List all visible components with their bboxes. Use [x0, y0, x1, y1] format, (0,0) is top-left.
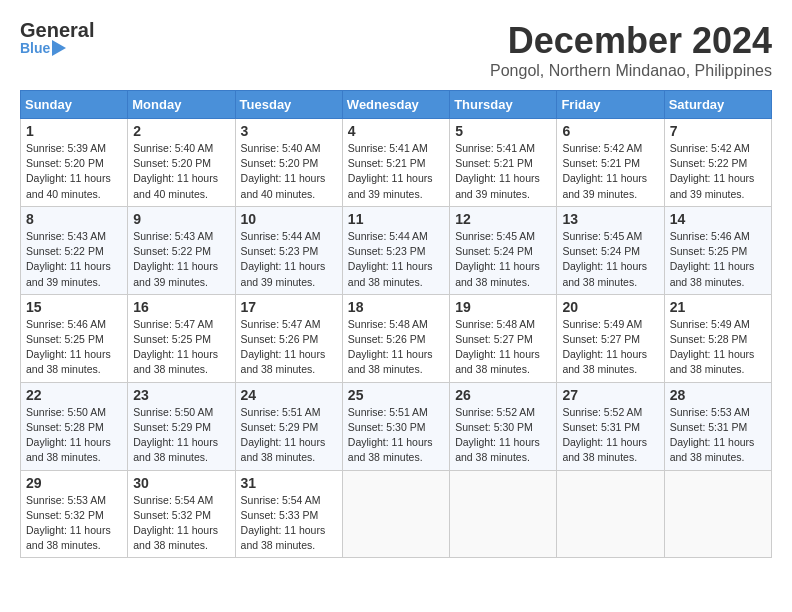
day-number: 19: [455, 299, 551, 315]
day-info: Sunrise: 5:53 AMSunset: 5:31 PMDaylight:…: [670, 405, 766, 466]
day-info: Sunrise: 5:43 AMSunset: 5:22 PMDaylight:…: [133, 229, 229, 290]
day-number: 9: [133, 211, 229, 227]
logo-bot: Blue: [20, 40, 94, 56]
day-number: 5: [455, 123, 551, 139]
day-info: Sunrise: 5:54 AMSunset: 5:33 PMDaylight:…: [241, 493, 337, 554]
day-info: Sunrise: 5:50 AMSunset: 5:29 PMDaylight:…: [133, 405, 229, 466]
day-info: Sunrise: 5:47 AMSunset: 5:26 PMDaylight:…: [241, 317, 337, 378]
calendar-cell: 14Sunrise: 5:46 AMSunset: 5:25 PMDayligh…: [664, 206, 771, 294]
day-info: Sunrise: 5:42 AMSunset: 5:21 PMDaylight:…: [562, 141, 658, 202]
day-number: 12: [455, 211, 551, 227]
day-number: 18: [348, 299, 444, 315]
day-info: Sunrise: 5:44 AMSunset: 5:23 PMDaylight:…: [348, 229, 444, 290]
day-number: 15: [26, 299, 122, 315]
page-header: General Blue December 2024 Pongol, North…: [20, 20, 772, 80]
title-section: December 2024 Pongol, Northern Mindanao,…: [490, 20, 772, 80]
day-number: 1: [26, 123, 122, 139]
month-title: December 2024: [490, 20, 772, 62]
calendar-cell: 15Sunrise: 5:46 AMSunset: 5:25 PMDayligh…: [21, 294, 128, 382]
calendar-cell: 16Sunrise: 5:47 AMSunset: 5:25 PMDayligh…: [128, 294, 235, 382]
calendar-cell: 21Sunrise: 5:49 AMSunset: 5:28 PMDayligh…: [664, 294, 771, 382]
day-number: 21: [670, 299, 766, 315]
calendar-cell: 5Sunrise: 5:41 AMSunset: 5:21 PMDaylight…: [450, 119, 557, 207]
logo-name: General Blue: [20, 20, 94, 56]
day-number: 22: [26, 387, 122, 403]
calendar-week-3: 15Sunrise: 5:46 AMSunset: 5:25 PMDayligh…: [21, 294, 772, 382]
day-info: Sunrise: 5:39 AMSunset: 5:20 PMDaylight:…: [26, 141, 122, 202]
calendar-cell: 22Sunrise: 5:50 AMSunset: 5:28 PMDayligh…: [21, 382, 128, 470]
calendar-cell: 2Sunrise: 5:40 AMSunset: 5:20 PMDaylight…: [128, 119, 235, 207]
day-number: 30: [133, 475, 229, 491]
day-info: Sunrise: 5:46 AMSunset: 5:25 PMDaylight:…: [670, 229, 766, 290]
day-info: Sunrise: 5:50 AMSunset: 5:28 PMDaylight:…: [26, 405, 122, 466]
calendar-table: SundayMondayTuesdayWednesdayThursdayFrid…: [20, 90, 772, 558]
day-number: 7: [670, 123, 766, 139]
calendar-cell: 18Sunrise: 5:48 AMSunset: 5:26 PMDayligh…: [342, 294, 449, 382]
day-number: 14: [670, 211, 766, 227]
calendar-header: SundayMondayTuesdayWednesdayThursdayFrid…: [21, 91, 772, 119]
calendar-cell: 7Sunrise: 5:42 AMSunset: 5:22 PMDaylight…: [664, 119, 771, 207]
day-info: Sunrise: 5:40 AMSunset: 5:20 PMDaylight:…: [133, 141, 229, 202]
day-number: 8: [26, 211, 122, 227]
calendar-cell: 11Sunrise: 5:44 AMSunset: 5:23 PMDayligh…: [342, 206, 449, 294]
day-info: Sunrise: 5:52 AMSunset: 5:31 PMDaylight:…: [562, 405, 658, 466]
calendar-cell: 12Sunrise: 5:45 AMSunset: 5:24 PMDayligh…: [450, 206, 557, 294]
logo: General Blue: [20, 20, 94, 56]
calendar-cell: 28Sunrise: 5:53 AMSunset: 5:31 PMDayligh…: [664, 382, 771, 470]
calendar-cell: [557, 470, 664, 558]
calendar-cell: 19Sunrise: 5:48 AMSunset: 5:27 PMDayligh…: [450, 294, 557, 382]
calendar-cell: 8Sunrise: 5:43 AMSunset: 5:22 PMDaylight…: [21, 206, 128, 294]
calendar-cell: 30Sunrise: 5:54 AMSunset: 5:32 PMDayligh…: [128, 470, 235, 558]
day-info: Sunrise: 5:47 AMSunset: 5:25 PMDaylight:…: [133, 317, 229, 378]
day-number: 27: [562, 387, 658, 403]
calendar-week-2: 8Sunrise: 5:43 AMSunset: 5:22 PMDaylight…: [21, 206, 772, 294]
day-info: Sunrise: 5:49 AMSunset: 5:27 PMDaylight:…: [562, 317, 658, 378]
day-info: Sunrise: 5:46 AMSunset: 5:25 PMDaylight:…: [26, 317, 122, 378]
calendar-cell: [450, 470, 557, 558]
calendar-cell: 23Sunrise: 5:50 AMSunset: 5:29 PMDayligh…: [128, 382, 235, 470]
logo-top: General: [20, 20, 94, 40]
header-cell-friday: Friday: [557, 91, 664, 119]
calendar-cell: 17Sunrise: 5:47 AMSunset: 5:26 PMDayligh…: [235, 294, 342, 382]
calendar-cell: 31Sunrise: 5:54 AMSunset: 5:33 PMDayligh…: [235, 470, 342, 558]
calendar-body: 1Sunrise: 5:39 AMSunset: 5:20 PMDaylight…: [21, 119, 772, 558]
calendar-cell: 25Sunrise: 5:51 AMSunset: 5:30 PMDayligh…: [342, 382, 449, 470]
day-info: Sunrise: 5:52 AMSunset: 5:30 PMDaylight:…: [455, 405, 551, 466]
calendar-week-1: 1Sunrise: 5:39 AMSunset: 5:20 PMDaylight…: [21, 119, 772, 207]
location-title: Pongol, Northern Mindanao, Philippines: [490, 62, 772, 80]
calendar-cell: 9Sunrise: 5:43 AMSunset: 5:22 PMDaylight…: [128, 206, 235, 294]
day-info: Sunrise: 5:45 AMSunset: 5:24 PMDaylight:…: [455, 229, 551, 290]
calendar-cell: 1Sunrise: 5:39 AMSunset: 5:20 PMDaylight…: [21, 119, 128, 207]
day-number: 6: [562, 123, 658, 139]
header-cell-sunday: Sunday: [21, 91, 128, 119]
header-row: SundayMondayTuesdayWednesdayThursdayFrid…: [21, 91, 772, 119]
logo-arrow-icon: [52, 40, 66, 56]
day-info: Sunrise: 5:49 AMSunset: 5:28 PMDaylight:…: [670, 317, 766, 378]
day-info: Sunrise: 5:42 AMSunset: 5:22 PMDaylight:…: [670, 141, 766, 202]
day-info: Sunrise: 5:51 AMSunset: 5:30 PMDaylight:…: [348, 405, 444, 466]
calendar-cell: 24Sunrise: 5:51 AMSunset: 5:29 PMDayligh…: [235, 382, 342, 470]
calendar-cell: 3Sunrise: 5:40 AMSunset: 5:20 PMDaylight…: [235, 119, 342, 207]
day-number: 3: [241, 123, 337, 139]
calendar-week-4: 22Sunrise: 5:50 AMSunset: 5:28 PMDayligh…: [21, 382, 772, 470]
day-number: 31: [241, 475, 337, 491]
day-info: Sunrise: 5:45 AMSunset: 5:24 PMDaylight:…: [562, 229, 658, 290]
header-cell-saturday: Saturday: [664, 91, 771, 119]
calendar-cell: 26Sunrise: 5:52 AMSunset: 5:30 PMDayligh…: [450, 382, 557, 470]
day-info: Sunrise: 5:40 AMSunset: 5:20 PMDaylight:…: [241, 141, 337, 202]
calendar-cell: 27Sunrise: 5:52 AMSunset: 5:31 PMDayligh…: [557, 382, 664, 470]
header-cell-tuesday: Tuesday: [235, 91, 342, 119]
day-number: 28: [670, 387, 766, 403]
calendar-cell: 10Sunrise: 5:44 AMSunset: 5:23 PMDayligh…: [235, 206, 342, 294]
day-info: Sunrise: 5:48 AMSunset: 5:27 PMDaylight:…: [455, 317, 551, 378]
calendar-cell: 6Sunrise: 5:42 AMSunset: 5:21 PMDaylight…: [557, 119, 664, 207]
day-number: 17: [241, 299, 337, 315]
header-cell-wednesday: Wednesday: [342, 91, 449, 119]
day-number: 4: [348, 123, 444, 139]
day-number: 26: [455, 387, 551, 403]
day-info: Sunrise: 5:43 AMSunset: 5:22 PMDaylight:…: [26, 229, 122, 290]
day-number: 29: [26, 475, 122, 491]
calendar-week-5: 29Sunrise: 5:53 AMSunset: 5:32 PMDayligh…: [21, 470, 772, 558]
day-number: 2: [133, 123, 229, 139]
day-number: 25: [348, 387, 444, 403]
